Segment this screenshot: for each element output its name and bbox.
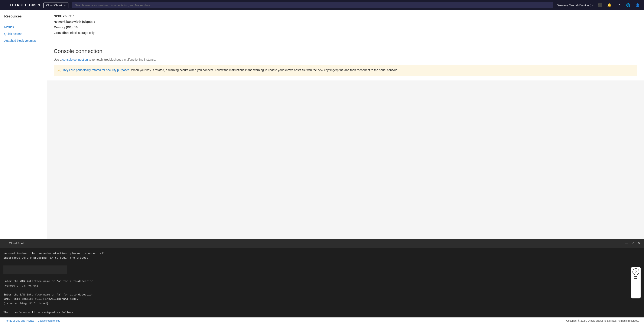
shell-menu-icon[interactable]: ☰	[4, 241, 6, 245]
network-label: Network bandwidth (Gbps):	[54, 20, 93, 23]
user-avatar[interactable]: 👤	[634, 3, 640, 7]
code-icon[interactable]: ⬛	[597, 3, 603, 7]
desc-before: Use a	[54, 58, 62, 61]
cookie-prefs-link[interactable]: Cookie Preferences	[38, 319, 60, 322]
terminal-line: (vtnet0 or a): vtnet0	[4, 284, 640, 288]
network-value: 1	[94, 20, 95, 23]
warning-text: Keys are periodically rotated for securi…	[63, 68, 398, 72]
desc-after: to remotely troubleshoot a malfunctionin…	[89, 58, 156, 61]
console-section-title: Console connection	[54, 48, 637, 54]
warning-icon: ⚠	[57, 68, 61, 73]
keys-rotated-link[interactable]: Keys are periodically rotated for securi…	[63, 68, 129, 72]
ocpu-label: OCPU count:	[54, 14, 72, 18]
terminal-line: NOTE: this enables full Firewalling/NAT …	[4, 297, 640, 302]
help-grid	[634, 276, 638, 279]
instance-info-card: OCPU count: 1 Network bandwidth (Gbps): …	[47, 10, 644, 41]
terms-link[interactable]: Terms of Use and Privacy	[5, 319, 34, 322]
help-float-inner: ?	[632, 269, 639, 279]
sidebar: Resources Metrics Quick actions Attached…	[0, 10, 47, 239]
globe-icon[interactable]: 🌐	[625, 3, 631, 7]
nav-icons: Germany Central (Frankfurt) ▾ ⬛ 🔔 ? 🌐 👤	[557, 3, 640, 7]
terminal[interactable]: be used instead. To use auto-detection, …	[0, 248, 644, 318]
help-float-button[interactable]: ?	[631, 267, 640, 299]
footer: Terms of Use and Privacy Cookie Preferen…	[0, 318, 644, 324]
disk-value: Block storage only	[70, 31, 94, 34]
hamburger-menu-icon[interactable]: ☰	[4, 3, 7, 7]
shell-title: Cloud Shell	[9, 242, 625, 245]
console-connection-section: Console connection Use a console connect…	[47, 41, 644, 80]
help-dot	[634, 278, 636, 279]
terminal-line	[4, 288, 640, 293]
terminal-line	[4, 315, 640, 318]
region-selector[interactable]: Germany Central (Frankfurt) ▾	[557, 3, 594, 7]
terminal-line: ( a or nothing if finished):	[4, 302, 640, 306]
help-circle-icon: ?	[632, 269, 639, 275]
sidebar-item-metrics[interactable]: Metrics	[0, 24, 47, 30]
top-navigation: ☰ ORACLE Cloud Cloud Classic > Germany C…	[0, 0, 644, 10]
help-dot	[634, 276, 636, 277]
memory-row: Memory (GB): 16	[54, 25, 637, 29]
warning-box: ⚠ Keys are periodically rotated for secu…	[54, 65, 637, 76]
sidebar-item-attached-block-volumes[interactable]: Attached block volumes	[0, 37, 47, 44]
memory-label: Memory (GB):	[54, 25, 74, 29]
ocpu-value: 1	[73, 14, 75, 18]
cloud-shell-header: ☰ Cloud Shell — ⤢ ✕	[0, 239, 644, 248]
content-area: Resources Metrics Quick actions Attached…	[0, 10, 644, 239]
terminal-line: Enter the WAN interface name or 'a' for …	[4, 279, 640, 284]
chevron-down-icon: ▾	[592, 3, 594, 7]
shell-action-buttons: — ⤢ ✕	[625, 241, 640, 245]
console-section-description: Use a console connection to remotely tro…	[54, 58, 637, 61]
expand-button[interactable]: ⤢	[632, 241, 634, 245]
footer-left: Terms of Use and Privacy Cookie Preferen…	[5, 319, 60, 322]
region-label: Germany Central (Frankfurt)	[557, 3, 591, 7]
sidebar-item-quick-actions[interactable]: Quick actions	[0, 30, 47, 37]
terminal-blurred-area	[4, 266, 67, 274]
oracle-logo: ORACLE Cloud	[10, 3, 40, 7]
main-content: OCPU count: 1 Network bandwidth (Gbps): …	[47, 10, 644, 239]
cloud-classic-button[interactable]: Cloud Classic >	[44, 2, 68, 8]
scroll-cursor-icon: I	[640, 103, 640, 107]
memory-value: 16	[74, 25, 78, 29]
help-dot	[636, 276, 638, 277]
sidebar-title: Resources	[0, 14, 47, 21]
terminal-line: interfaces before pressing 'a' to begin …	[4, 256, 640, 260]
help-dot	[636, 278, 638, 279]
footer-copyright: Copyright © 2024, Oracle and/or its affi…	[566, 319, 639, 322]
cloud-shell: ☰ Cloud Shell — ⤢ ✕ be used instead. To …	[0, 239, 644, 318]
terminal-line	[4, 260, 640, 265]
warning-continuation: . When your key is rotated, a warning oc…	[129, 68, 398, 72]
disk-label: Local disk:	[54, 31, 69, 34]
bell-icon[interactable]: 🔔	[606, 3, 612, 7]
page-wrapper: Resources Metrics Quick actions Attached…	[0, 0, 644, 324]
minimize-button[interactable]: —	[625, 241, 628, 245]
terminal-line: be used instead. To use auto-detection, …	[4, 251, 640, 256]
terminal-line: Enter the LAN interface name or 'a' for …	[4, 293, 640, 297]
terminal-line	[4, 275, 640, 279]
disk-row: Local disk: Block storage only	[54, 31, 637, 34]
ocpu-row: OCPU count: 1	[54, 14, 637, 18]
terminal-line: The interfaces will be assigned as follo…	[4, 310, 640, 315]
console-connection-link[interactable]: console connection	[62, 58, 88, 61]
terminal-line	[4, 306, 640, 310]
close-button[interactable]: ✕	[638, 241, 640, 245]
help-icon[interactable]: ?	[616, 3, 622, 7]
search-input[interactable]	[72, 2, 553, 8]
network-row: Network bandwidth (Gbps): 1	[54, 20, 637, 23]
